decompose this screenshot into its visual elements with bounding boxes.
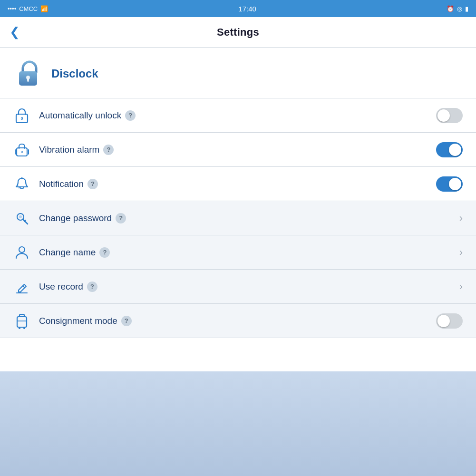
auto-unlock-knob xyxy=(437,109,450,122)
change-name-icon xyxy=(13,245,30,260)
setting-row-change-password[interactable]: Change password ? › xyxy=(0,201,476,235)
alarm-icon: ⏰ xyxy=(447,5,454,12)
consignment-mode-knob xyxy=(437,315,450,327)
back-button[interactable]: ❮ xyxy=(10,25,20,39)
auto-unlock-icon: 0 xyxy=(13,107,30,124)
device-lock-icon: 0 xyxy=(13,59,43,88)
consignment-mode-help[interactable]: ? xyxy=(121,316,132,326)
setting-row-change-name[interactable]: Change name ? › xyxy=(0,235,476,270)
device-section: 0 Disclock xyxy=(0,48,476,98)
setting-row-use-record[interactable]: Use record ? › xyxy=(0,270,476,304)
auto-unlock-label: Automatically unlock ? xyxy=(39,110,436,121)
use-record-chevron: › xyxy=(459,281,463,293)
svg-line-19 xyxy=(23,286,25,288)
notification-icon xyxy=(13,176,30,192)
location-icon: ◎ xyxy=(457,5,462,12)
vibration-alarm-knob xyxy=(449,144,461,156)
change-name-label: Change name ? xyxy=(39,247,459,258)
use-record-help[interactable]: ? xyxy=(87,282,97,292)
carrier-label: CMCC xyxy=(19,5,38,12)
notification-label: Notification ? xyxy=(39,179,436,189)
auto-unlock-help[interactable]: ? xyxy=(125,110,136,121)
app-content: ❮ Settings xyxy=(0,17,476,476)
wifi-icon: 📶 xyxy=(40,5,48,12)
status-bar: •••• CMCC 📶 17:40 ⏰ ◎ ▮ xyxy=(0,0,476,17)
status-right: ⏰ ◎ ▮ xyxy=(447,5,468,12)
change-password-help[interactable]: ? xyxy=(116,213,126,223)
signal-icon: •••• xyxy=(8,5,16,12)
time-display: 17:40 xyxy=(238,5,256,13)
svg-text:0: 0 xyxy=(21,150,23,154)
consignment-mode-icon xyxy=(13,313,30,329)
vibration-alarm-toggle[interactable] xyxy=(436,142,463,157)
change-password-chevron: › xyxy=(459,212,463,224)
vibration-alarm-icon: 0 xyxy=(13,142,30,158)
page-title: Settings xyxy=(217,26,259,39)
setting-row-consignment-mode[interactable]: Consignment mode ? xyxy=(0,304,476,338)
change-name-chevron: › xyxy=(459,246,463,259)
setting-row-notification[interactable]: Notification ? xyxy=(0,167,476,201)
device-name-label: Disclock xyxy=(51,67,98,80)
change-name-help[interactable]: ? xyxy=(99,247,110,258)
consignment-mode-label: Consignment mode ? xyxy=(39,316,436,326)
vibration-alarm-label: Vibration alarm ? xyxy=(39,145,436,155)
header: ❮ Settings xyxy=(0,17,476,48)
svg-point-22 xyxy=(23,327,25,329)
vibration-alarm-help[interactable]: ? xyxy=(103,145,114,155)
bottom-area xyxy=(0,371,476,476)
status-left: •••• CMCC 📶 xyxy=(8,5,48,12)
svg-point-21 xyxy=(19,327,20,329)
use-record-label: Use record ? xyxy=(39,282,459,292)
notification-knob xyxy=(449,178,461,190)
svg-point-12 xyxy=(19,187,20,188)
setting-row-vibration-alarm[interactable]: 0 Vibration alarm ? xyxy=(0,133,476,167)
svg-text:0: 0 xyxy=(27,76,29,81)
svg-point-17 xyxy=(19,247,25,253)
svg-point-11 xyxy=(17,185,19,186)
svg-point-16 xyxy=(19,215,22,218)
change-password-label: Change password ? xyxy=(39,213,459,223)
phone-frame: •••• CMCC 📶 17:40 ⏰ ◎ ▮ ❮ Settings xyxy=(0,0,476,476)
consignment-mode-toggle[interactable] xyxy=(436,313,463,329)
notification-help[interactable]: ? xyxy=(87,179,98,189)
auto-unlock-toggle[interactable] xyxy=(436,108,463,123)
settings-list: 0 Automatically unlock ? 0 xyxy=(0,98,476,371)
svg-point-10 xyxy=(21,177,23,179)
use-record-icon xyxy=(13,280,30,294)
battery-icon: ▮ xyxy=(465,5,468,12)
setting-row-auto-unlock[interactable]: 0 Automatically unlock ? xyxy=(0,98,476,133)
svg-rect-20 xyxy=(17,317,27,327)
notification-toggle[interactable] xyxy=(436,176,463,192)
change-password-icon xyxy=(13,211,30,225)
svg-text:0: 0 xyxy=(20,116,23,121)
